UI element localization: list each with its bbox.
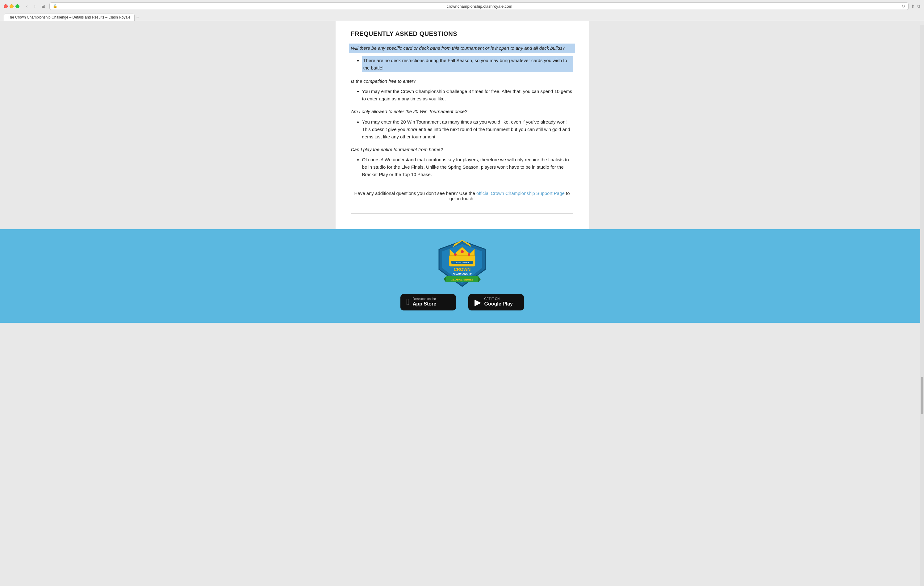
faq-answer-item-1: There are no deck restrictions during th… (362, 56, 573, 72)
faq-question-4: Can I play the entire tournament from ho… (351, 146, 573, 153)
faq-question-3: Am I only allowed to enter the 20 Win To… (351, 108, 573, 115)
apple-icon:  (407, 297, 410, 307)
svg-point-6 (468, 253, 470, 256)
tab-bar: The Crown Championship Challenge – Detai… (4, 12, 920, 21)
app-store-button[interactable]:  Download on the App Store (400, 294, 456, 310)
tab-view-button[interactable]: ⊞ (40, 3, 47, 9)
new-tab-button[interactable]: + (137, 15, 140, 20)
new-tab-sidebar-button[interactable]: ⧉ (917, 4, 920, 9)
svg-marker-12 (444, 276, 446, 282)
reload-button[interactable]: ↻ (901, 4, 905, 9)
close-button[interactable] (4, 4, 8, 8)
google-play-text: GET IT ON Google Play (484, 297, 513, 307)
app-store-text: Download on the App Store (413, 297, 436, 307)
google-play-sub: GET IT ON (484, 297, 513, 301)
faq-answer-item-2: You may enter the Crown Championship Cha… (362, 88, 573, 103)
browser-actions: ⬆ ⧉ (911, 4, 920, 9)
faq-answer-2: You may enter the Crown Championship Cha… (357, 88, 573, 103)
google-play-icon: ▶ (475, 297, 481, 307)
faq-answer-item-4: Of course! We understand that comfort is… (362, 156, 573, 178)
lock-icon: 🔒 (53, 4, 58, 8)
footer: CLASH ROYALE CROWN CHAMPIONSHIP GLOBAL S… (0, 229, 924, 323)
content-card: FREQUENTLY ASKED QUESTIONS Will there be… (336, 21, 589, 229)
svg-text:GLOBAL SERIES: GLOBAL SERIES (451, 278, 473, 281)
back-button[interactable]: ‹ (25, 3, 30, 9)
page-wrapper: FREQUENTLY ASKED QUESTIONS Will there be… (0, 21, 924, 582)
support-text-before: Have any additional questions you don't … (354, 190, 476, 196)
fullscreen-button[interactable] (15, 4, 20, 8)
svg-text:CLASH ROYALE: CLASH ROYALE (455, 262, 469, 263)
support-text: Have any additional questions you don't … (351, 190, 573, 201)
crown-championship-logo: CLASH ROYALE CROWN CHAMPIONSHIP GLOBAL S… (434, 238, 490, 288)
faq-section: FREQUENTLY ASKED QUESTIONS Will there be… (351, 30, 573, 214)
faq-heading: FREQUENTLY ASKED QUESTIONS (351, 30, 573, 37)
app-store-sub: Download on the (413, 297, 436, 301)
svg-marker-13 (478, 276, 481, 282)
support-link[interactable]: official Crown Championship Support Page (476, 190, 565, 196)
address-bar[interactable]: 🔒 crownchampionship.clashroyale.com ↻ (50, 2, 909, 10)
faq-answer-3: You may enter the 20 Win Tournament as m… (357, 118, 573, 141)
scrollbar-thumb[interactable] (921, 377, 923, 414)
google-play-name: Google Play (484, 301, 513, 307)
browser-chrome: ‹ › ⊞ 🔒 crownchampionship.clashroyale.co… (0, 0, 924, 21)
scrollbar[interactable] (920, 25, 924, 582)
svg-text:CROWN: CROWN (454, 267, 470, 272)
faq-question-2: Is the competition free to enter? (351, 78, 573, 85)
share-button[interactable]: ⬆ (911, 4, 915, 9)
title-bar: ‹ › ⊞ 🔒 crownchampionship.clashroyale.co… (4, 2, 920, 12)
divider (351, 214, 573, 214)
faq-question-1: Will there be any specific card or deck … (349, 43, 575, 53)
faq-answer-1: There are no deck restrictions during th… (357, 56, 573, 72)
faq-answer-item-3: You may enter the 20 Win Tournament as m… (362, 118, 573, 141)
svg-point-5 (454, 253, 457, 256)
svg-text:CHAMPIONSHIP: CHAMPIONSHIP (452, 273, 472, 276)
store-buttons:  Download on the App Store ▶ GET IT ON … (400, 294, 524, 310)
traffic-lights (4, 4, 20, 8)
forward-button[interactable]: › (32, 3, 37, 9)
url-text: crownchampionship.clashroyale.com (59, 4, 899, 9)
active-tab[interactable]: The Crown Championship Challenge – Detai… (4, 13, 135, 21)
google-play-button[interactable]: ▶ GET IT ON Google Play (468, 294, 524, 310)
minimize-button[interactable] (10, 4, 13, 8)
svg-point-4 (460, 250, 464, 253)
faq-answer-4: Of course! We understand that comfort is… (357, 156, 573, 178)
app-store-name: App Store (413, 301, 436, 307)
